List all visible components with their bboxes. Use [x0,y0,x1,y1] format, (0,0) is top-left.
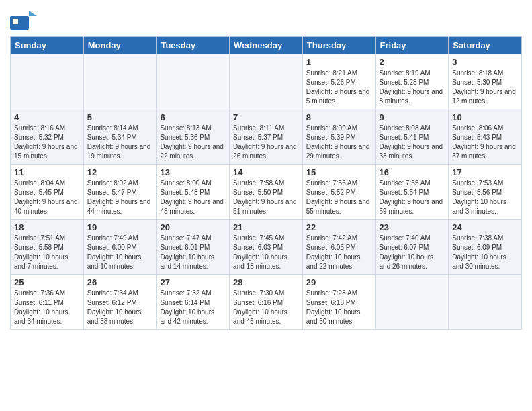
day-number: 16 [380,167,445,177]
calendar-cell: 9Sunrise: 8:08 AM Sunset: 5:41 PM Daylig… [375,109,449,165]
calendar-cell [449,275,522,330]
calendar-cell: 22Sunrise: 7:42 AM Sunset: 6:05 PM Dayli… [302,220,375,275]
day-info: Sunrise: 7:53 AM Sunset: 5:56 PM Dayligh… [452,179,518,216]
calendar-cell: 14Sunrise: 7:58 AM Sunset: 5:50 PM Dayli… [230,165,303,220]
calendar-day-header: Thursday [302,37,375,54]
day-info: Sunrise: 7:28 AM Sunset: 6:18 PM Dayligh… [306,289,372,326]
calendar-cell: 17Sunrise: 7:53 AM Sunset: 5:56 PM Dayli… [449,165,522,220]
calendar-cell [375,275,449,330]
day-number: 10 [452,112,518,122]
day-info: Sunrise: 8:00 AM Sunset: 5:48 PM Dayligh… [160,179,226,216]
calendar-cell: 19Sunrise: 7:49 AM Sunset: 6:00 PM Dayli… [83,220,157,275]
calendar-week-row: 18Sunrise: 7:51 AM Sunset: 5:58 PM Dayli… [11,220,522,275]
day-info: Sunrise: 8:04 AM Sunset: 5:45 PM Dayligh… [14,179,80,216]
calendar-cell: 28Sunrise: 7:30 AM Sunset: 6:16 PM Dayli… [230,275,303,330]
day-number: 8 [306,112,372,122]
calendar-cell: 7Sunrise: 8:11 AM Sunset: 5:37 PM Daylig… [230,109,303,165]
day-number: 2 [380,57,445,67]
day-info: Sunrise: 7:55 AM Sunset: 5:54 PM Dayligh… [380,179,445,216]
calendar-cell: 2Sunrise: 8:19 AM Sunset: 5:28 PM Daylig… [375,54,449,109]
day-number: 6 [160,112,226,122]
calendar-cell: 11Sunrise: 8:04 AM Sunset: 5:45 PM Dayli… [11,165,84,220]
day-info: Sunrise: 8:19 AM Sunset: 5:28 PM Dayligh… [380,68,445,106]
day-info: Sunrise: 8:21 AM Sunset: 5:26 PM Dayligh… [306,68,372,106]
day-info: Sunrise: 7:47 AM Sunset: 6:01 PM Dayligh… [160,234,226,271]
day-info: Sunrise: 7:51 AM Sunset: 5:58 PM Dayligh… [14,234,80,271]
svg-rect-2 [13,19,18,24]
calendar-cell: 4Sunrise: 8:16 AM Sunset: 5:32 PM Daylig… [11,109,84,165]
calendar-cell: 5Sunrise: 8:14 AM Sunset: 5:34 PM Daylig… [83,109,157,165]
day-info: Sunrise: 7:45 AM Sunset: 6:03 PM Dayligh… [233,234,299,271]
calendar-day-header: Tuesday [157,37,230,54]
day-info: Sunrise: 7:38 AM Sunset: 6:09 PM Dayligh… [452,234,518,271]
calendar-cell: 3Sunrise: 8:18 AM Sunset: 5:30 PM Daylig… [449,54,522,109]
day-number: 13 [160,167,226,177]
day-number: 1 [306,57,372,67]
day-info: Sunrise: 8:09 AM Sunset: 5:39 PM Dayligh… [306,124,372,161]
calendar-cell: 10Sunrise: 8:06 AM Sunset: 5:43 PM Dayli… [449,109,522,165]
day-number: 18 [14,222,80,232]
calendar-cell [11,54,84,109]
day-info: Sunrise: 8:11 AM Sunset: 5:37 PM Dayligh… [233,124,299,161]
day-number: 27 [160,277,226,287]
day-info: Sunrise: 7:30 AM Sunset: 6:16 PM Dayligh… [233,289,299,326]
calendar-day-header: Wednesday [230,37,303,54]
calendar-cell [230,54,303,109]
day-number: 4 [14,112,80,122]
svg-marker-1 [29,11,37,16]
calendar-cell: 27Sunrise: 7:32 AM Sunset: 6:14 PM Dayli… [157,275,230,330]
day-number: 7 [233,112,299,122]
day-info: Sunrise: 7:56 AM Sunset: 5:52 PM Dayligh… [306,179,372,216]
day-number: 20 [160,222,226,232]
calendar-cell: 12Sunrise: 8:02 AM Sunset: 5:47 PM Dayli… [83,165,157,220]
logo [10,11,38,32]
day-number: 3 [452,57,518,67]
calendar-cell: 1Sunrise: 8:21 AM Sunset: 5:26 PM Daylig… [302,54,375,109]
day-number: 23 [380,222,445,232]
calendar-week-row: 25Sunrise: 7:36 AM Sunset: 6:11 PM Dayli… [11,275,522,330]
day-number: 28 [233,277,299,287]
day-info: Sunrise: 8:16 AM Sunset: 5:32 PM Dayligh… [14,124,80,161]
calendar-cell: 20Sunrise: 7:47 AM Sunset: 6:01 PM Dayli… [157,220,230,275]
day-info: Sunrise: 7:49 AM Sunset: 6:00 PM Dayligh… [87,234,153,271]
calendar-cell [83,54,157,109]
day-number: 11 [14,167,80,177]
day-number: 14 [233,167,299,177]
day-number: 9 [380,112,445,122]
day-number: 21 [233,222,299,232]
calendar-cell: 6Sunrise: 8:13 AM Sunset: 5:36 PM Daylig… [157,109,230,165]
day-number: 25 [14,277,80,287]
calendar-cell: 15Sunrise: 7:56 AM Sunset: 5:52 PM Dayli… [302,165,375,220]
day-number: 12 [87,167,153,177]
calendar-cell: 29Sunrise: 7:28 AM Sunset: 6:18 PM Dayli… [302,275,375,330]
calendar-week-row: 11Sunrise: 8:04 AM Sunset: 5:45 PM Dayli… [11,165,522,220]
calendar-cell: 16Sunrise: 7:55 AM Sunset: 5:54 PM Dayli… [375,165,449,220]
day-info: Sunrise: 8:14 AM Sunset: 5:34 PM Dayligh… [87,124,153,161]
day-info: Sunrise: 8:02 AM Sunset: 5:47 PM Dayligh… [87,179,153,216]
day-info: Sunrise: 7:34 AM Sunset: 6:12 PM Dayligh… [87,289,153,326]
day-info: Sunrise: 7:40 AM Sunset: 6:07 PM Dayligh… [380,234,445,271]
day-info: Sunrise: 8:13 AM Sunset: 5:36 PM Dayligh… [160,124,226,161]
calendar-day-header: Monday [83,37,157,54]
day-info: Sunrise: 7:42 AM Sunset: 6:05 PM Dayligh… [306,234,372,271]
calendar-cell: 25Sunrise: 7:36 AM Sunset: 6:11 PM Dayli… [11,275,84,330]
header [10,7,522,32]
calendar-week-row: 4Sunrise: 8:16 AM Sunset: 5:32 PM Daylig… [11,109,522,165]
day-info: Sunrise: 7:32 AM Sunset: 6:14 PM Dayligh… [160,289,226,326]
day-info: Sunrise: 7:58 AM Sunset: 5:50 PM Dayligh… [233,179,299,216]
calendar-cell: 21Sunrise: 7:45 AM Sunset: 6:03 PM Dayli… [230,220,303,275]
calendar-cell: 24Sunrise: 7:38 AM Sunset: 6:09 PM Dayli… [449,220,522,275]
day-number: 17 [452,167,518,177]
calendar-cell [157,54,230,109]
logo-icon [10,11,37,32]
day-info: Sunrise: 8:18 AM Sunset: 5:30 PM Dayligh… [452,68,518,106]
day-info: Sunrise: 8:08 AM Sunset: 5:41 PM Dayligh… [380,124,445,161]
day-info: Sunrise: 8:06 AM Sunset: 5:43 PM Dayligh… [452,124,518,161]
day-number: 5 [87,112,153,122]
day-number: 24 [452,222,518,232]
calendar-cell: 23Sunrise: 7:40 AM Sunset: 6:07 PM Dayli… [375,220,449,275]
calendar-cell: 18Sunrise: 7:51 AM Sunset: 5:58 PM Dayli… [11,220,84,275]
day-number: 15 [306,167,372,177]
calendar-day-header: Saturday [449,37,522,54]
day-info: Sunrise: 7:36 AM Sunset: 6:11 PM Dayligh… [14,289,80,326]
